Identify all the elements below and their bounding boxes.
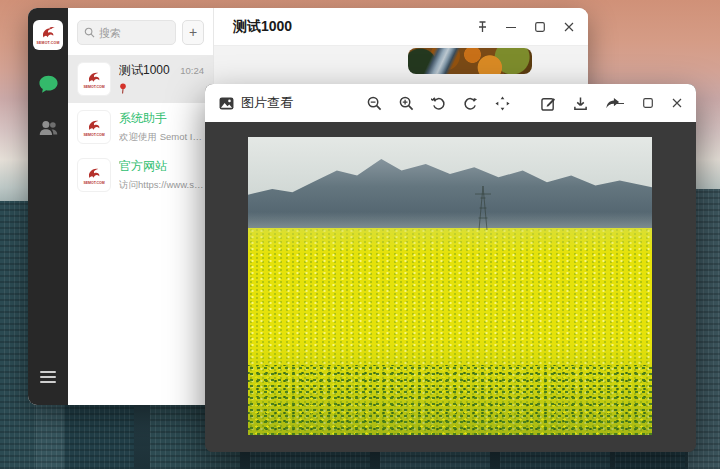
maximize-icon[interactable] [641, 96, 655, 110]
avatar: SEMOT.COM [77, 158, 111, 192]
viewed-photo[interactable] [248, 137, 652, 435]
minimize-icon[interactable] [504, 20, 518, 34]
app-sidebar: SEMOT.COM [28, 8, 68, 405]
avatar-logo-text: SEMOT.COM [83, 181, 104, 185]
viewer-titlebar: 图片查看 [205, 84, 696, 122]
semot-logo-icon [85, 166, 103, 181]
close-icon[interactable] [562, 20, 576, 34]
avatar-logo-text: SEMOT.COM [83, 133, 104, 137]
sidebar-item-chats[interactable] [36, 72, 60, 96]
photo-flower-field [248, 228, 652, 435]
semot-logo-icon [85, 70, 103, 85]
rotate-right-icon[interactable] [461, 94, 479, 112]
search-input[interactable] [77, 20, 176, 45]
search-icon [84, 27, 95, 38]
chat-list-panel: + SEMOT.COM 测试1000 10:24 [68, 8, 214, 405]
avatar: SEMOT.COM [77, 110, 111, 144]
chat-bubble-icon [38, 75, 59, 94]
viewer-toolbar [365, 94, 621, 112]
power-pylon [470, 186, 496, 230]
chat-title: 系统助手 [119, 110, 204, 127]
photo-flower-texture [248, 365, 652, 435]
fit-screen-icon[interactable] [493, 94, 511, 112]
chat-list-item-test1000[interactable]: SEMOT.COM 测试1000 10:24 [68, 55, 213, 103]
picture-icon [219, 97, 234, 110]
viewer-title: 图片查看 [241, 94, 293, 112]
rose-emoji-icon [119, 83, 127, 94]
chat-list-item-system-assistant[interactable]: SEMOT.COM 系统助手 欢迎使用 Semot IM，开始聊... [68, 103, 213, 151]
chat-preview: 访问https://www.semot.com [119, 179, 204, 192]
semot-logo-icon [85, 118, 103, 133]
sent-image-message[interactable] [408, 48, 532, 74]
conversation-titlebar: 测试1000 [214, 8, 588, 46]
chat-preview [119, 83, 204, 96]
rotate-left-icon[interactable] [429, 94, 447, 112]
avatar: SEMOT.COM [77, 62, 111, 96]
semot-logo-icon [39, 25, 57, 41]
pin-icon[interactable] [475, 20, 489, 34]
desktop: SEMOT.COM [0, 0, 720, 469]
close-icon[interactable] [670, 96, 684, 110]
contacts-icon [38, 119, 59, 137]
chat-title: 测试1000 [119, 62, 176, 79]
logo-text: SEMOT.COM [37, 41, 60, 45]
share-icon[interactable] [603, 94, 621, 112]
chat-time: 10:24 [180, 65, 204, 76]
edit-icon[interactable] [539, 94, 557, 112]
app-logo: SEMOT.COM [33, 20, 63, 50]
chat-list-item-official-site[interactable]: SEMOT.COM 官方网站 访问https://www.semot.com [68, 151, 213, 199]
image-viewer-window: 图片查看 [205, 84, 696, 452]
zoom-in-icon[interactable] [397, 94, 415, 112]
sidebar-item-contacts[interactable] [36, 116, 60, 140]
chat-preview: 欢迎使用 Semot IM，开始聊... [119, 131, 204, 144]
viewer-canvas [205, 122, 696, 452]
add-chat-button[interactable]: + [182, 20, 204, 45]
chat-title: 官方网站 [119, 158, 204, 175]
avatar-logo-text: SEMOT.COM [83, 85, 104, 89]
zoom-out-icon[interactable] [365, 94, 383, 112]
maximize-icon[interactable] [533, 20, 547, 34]
search-text-field[interactable] [99, 27, 169, 39]
hamburger-menu-icon[interactable] [40, 371, 56, 383]
conversation-title: 测试1000 [233, 18, 292, 36]
download-icon[interactable] [571, 94, 589, 112]
